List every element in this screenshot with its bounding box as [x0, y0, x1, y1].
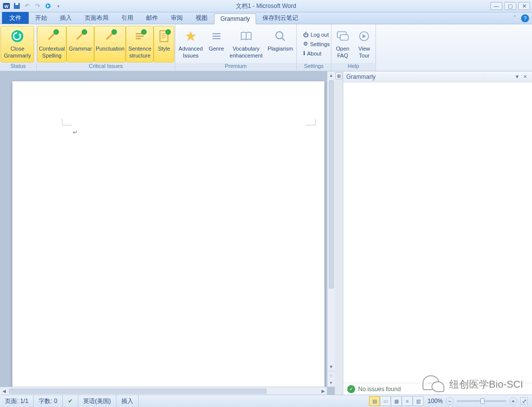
- style-button[interactable]: Style: [154, 26, 174, 62]
- pencil-icon: [72, 28, 88, 44]
- tab-file[interactable]: 文件: [2, 12, 29, 24]
- svg-text:W: W: [4, 4, 9, 9]
- panel-status-text: No issues found: [358, 386, 401, 393]
- about-button[interactable]: ℹAbout: [301, 49, 332, 58]
- group-settings-label: Settings: [297, 63, 331, 71]
- vocabulary-label: Vocabulary enhancement: [230, 46, 263, 59]
- panel-close-icon[interactable]: ✕: [521, 73, 529, 80]
- group-premium: Advanced Issues Genre Vocabulary enhance…: [175, 24, 297, 71]
- status-insert-label: 插入: [121, 397, 133, 406]
- word-app-icon: W: [2, 1, 11, 10]
- check-icon: ✓: [347, 385, 355, 393]
- tour-icon: [356, 28, 372, 44]
- tab-references[interactable]: 引用: [115, 12, 140, 24]
- panel-splitter[interactable]: ▦: [335, 71, 343, 395]
- refresh-icon[interactable]: [44, 1, 53, 10]
- view-tour-button[interactable]: View Tour: [354, 26, 375, 62]
- grammar-button[interactable]: Grammar: [66, 26, 94, 62]
- minimize-button[interactable]: —: [490, 2, 502, 10]
- tab-mail[interactable]: 邮件: [140, 12, 164, 24]
- restore-button[interactable]: ▢: [504, 2, 516, 10]
- logout-button[interactable]: ⏻Log out: [301, 31, 332, 39]
- zoom-slider[interactable]: [457, 400, 506, 402]
- next-page-icon[interactable]: ▾: [327, 379, 335, 387]
- close-grammarly-button[interactable]: Close Grammarly: [0, 26, 34, 62]
- style-label: Style: [158, 46, 170, 53]
- close-window-button[interactable]: ✕: [518, 2, 530, 10]
- scroll-thumb[interactable]: [329, 80, 334, 289]
- scroll-down-icon[interactable]: ▼: [327, 363, 335, 371]
- punctuation-button[interactable]: Punctuation: [94, 26, 126, 62]
- content-area: ↵ ▲ ▼ ○ ▾ ◀ ▶ ▦ Grammarly ▼ ✕ ✓: [0, 71, 532, 395]
- save-icon[interactable]: [12, 1, 21, 10]
- view-tour-label: View Tour: [358, 46, 370, 59]
- gear-icon: ⚙: [303, 41, 308, 47]
- tab-save-cloud[interactable]: 保存到云笔记: [256, 12, 305, 24]
- tab-insert[interactable]: 插入: [53, 12, 78, 24]
- group-settings: ⏻Log out ⚙Settings ℹAbout Settings: [297, 24, 331, 71]
- document-page[interactable]: ↵: [12, 81, 324, 387]
- tab-view[interactable]: 视图: [189, 12, 214, 24]
- status-proofing[interactable]: ✔: [63, 395, 78, 407]
- status-page[interactable]: 页面: 1/1: [0, 395, 34, 407]
- proofing-icon: ✔: [68, 398, 73, 405]
- group-help: Open FAQ View Tour Help: [331, 24, 376, 71]
- document-area: ↵ ▲ ▼ ○ ▾ ◀ ▶: [0, 71, 335, 395]
- zoom-control: 100% − + ⤢: [424, 397, 532, 405]
- status-language[interactable]: 英语(美国): [78, 395, 116, 407]
- genre-label: Genre: [209, 46, 224, 53]
- vertical-scrollbar[interactable]: ▲ ▼ ○ ▾: [327, 71, 335, 387]
- view-web-icon[interactable]: ▦: [391, 396, 402, 406]
- minimize-ribbon-icon[interactable]: ˆ: [511, 14, 518, 21]
- sentence-structure-button[interactable]: Sentence structure: [126, 26, 154, 62]
- text-cursor: ↵: [73, 129, 78, 136]
- help-icon[interactable]: ?: [521, 14, 529, 22]
- zoom-slider-knob[interactable]: [480, 398, 484, 404]
- tab-review[interactable]: 审阅: [164, 12, 189, 24]
- qat-dropdown-icon[interactable]: ▾: [54, 1, 63, 10]
- zoom-fit-button[interactable]: ⤢: [520, 397, 528, 405]
- vocabulary-button[interactable]: Vocabulary enhancement: [227, 26, 265, 62]
- advanced-issues-label: Advanced Issues: [178, 46, 203, 59]
- tab-layout[interactable]: 页面布局: [78, 12, 115, 24]
- open-faq-button[interactable]: Open FAQ: [332, 26, 354, 62]
- contextual-spelling-button[interactable]: Contextual Spelling: [37, 26, 66, 62]
- zoom-in-button[interactable]: +: [509, 397, 517, 405]
- grammarly-panel: Grammarly ▼ ✕ ✓ No issues found: [343, 71, 532, 395]
- status-bar: 页面: 1/1 字数: 0 ✔ 英语(美国) 插入 ▤ ▭ ▦ ≡ ▥ 100%…: [0, 395, 532, 407]
- panel-footer: ✓ No issues found: [343, 383, 532, 395]
- ruler-toggle-icon[interactable]: ▦: [335, 72, 342, 79]
- view-fullscreen-icon[interactable]: ▭: [380, 396, 391, 406]
- tab-grammarly[interactable]: Grammarly: [214, 13, 256, 24]
- redo-icon[interactable]: ↷: [33, 1, 42, 10]
- chat-icon: [335, 28, 351, 44]
- info-icon: ℹ: [303, 50, 305, 57]
- settings-button[interactable]: ⚙Settings: [301, 40, 332, 48]
- logout-label: Log out: [311, 32, 329, 38]
- horizontal-scrollbar[interactable]: ◀ ▶: [0, 387, 327, 395]
- view-print-layout-icon[interactable]: ▤: [369, 396, 380, 406]
- open-faq-label: Open FAQ: [336, 46, 349, 59]
- view-draft-icon[interactable]: ▥: [413, 396, 424, 406]
- view-outline-icon[interactable]: ≡: [402, 396, 413, 406]
- status-insert-mode[interactable]: 插入: [116, 395, 139, 407]
- plagiarism-button[interactable]: Plagiarism: [265, 26, 296, 62]
- scroll-left-icon[interactable]: ◀: [0, 387, 8, 395]
- advanced-issues-button[interactable]: Advanced Issues: [176, 26, 206, 62]
- scroll-up-icon[interactable]: ▲: [327, 71, 335, 79]
- ribbon: Close Grammarly Status Contextual Spelli…: [0, 24, 532, 71]
- hscroll-thumb[interactable]: [9, 389, 266, 394]
- status-wordcount[interactable]: 字数: 0: [34, 395, 62, 407]
- zoom-out-button[interactable]: −: [446, 397, 454, 405]
- status-language-label: 英语(美国): [83, 397, 111, 406]
- panel-menu-icon[interactable]: ▼: [513, 73, 521, 80]
- tab-home[interactable]: 开始: [29, 12, 53, 24]
- panel-title: Grammarly: [346, 73, 375, 80]
- genre-button[interactable]: Genre: [206, 26, 227, 62]
- browse-object-icon[interactable]: ○: [327, 371, 335, 379]
- zoom-value[interactable]: 100%: [427, 398, 443, 405]
- scroll-right-icon[interactable]: ▶: [319, 387, 327, 395]
- power-icon: ⏻: [303, 32, 309, 38]
- undo-icon[interactable]: ↶: [23, 1, 32, 10]
- group-status: Close Grammarly Status: [0, 24, 37, 71]
